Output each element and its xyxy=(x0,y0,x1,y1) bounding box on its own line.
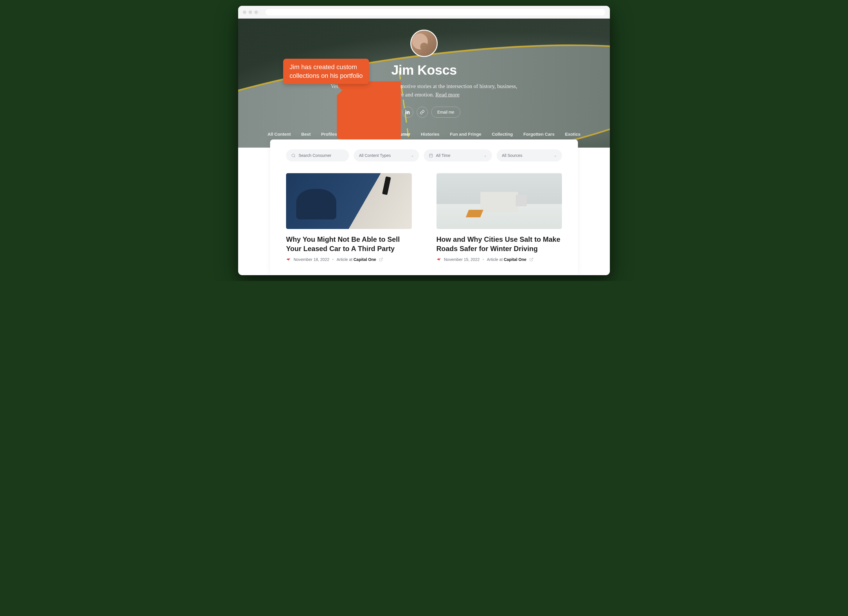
article-card[interactable]: How and Why Cities Use Salt to Make Road… xyxy=(436,173,562,262)
social-row: Email me xyxy=(388,107,460,118)
sources-filter[interactable]: All Sources ⌄ xyxy=(497,149,562,162)
search-input[interactable]: Search Consumer xyxy=(286,149,349,162)
browser-window: Jim Koscs Versatile journalist writing a… xyxy=(238,6,610,275)
callout-line: Jim has created custom xyxy=(289,63,363,71)
article-date: November 15, 2022 xyxy=(444,257,480,262)
article-meta: November 15, 2022 • Article at Capital O… xyxy=(436,257,562,262)
external-link-icon xyxy=(529,257,534,261)
twitter-icon[interactable] xyxy=(388,107,399,118)
source-icon xyxy=(436,257,441,262)
filter-label: All Sources xyxy=(502,153,522,158)
profile-name: Jim Koscs xyxy=(391,62,457,78)
article-image xyxy=(286,173,412,229)
search-placeholder: Search Consumer xyxy=(298,153,331,158)
callout-line: collections on his portfolio xyxy=(289,71,363,80)
svg-rect-1 xyxy=(430,154,433,157)
article-title: Why You Might Not Be Able to Sell Your L… xyxy=(286,235,412,253)
article-source: Capital One xyxy=(353,257,376,262)
article-type: Article at xyxy=(337,257,353,262)
linkedin-icon[interactable] xyxy=(402,107,413,118)
window-close-dot[interactable] xyxy=(243,10,246,14)
filter-label: All Content Types xyxy=(359,153,391,158)
svg-point-0 xyxy=(292,154,295,157)
address-bar[interactable] xyxy=(265,9,605,15)
article-card[interactable]: Why You Might Not Be Able to Sell Your L… xyxy=(286,173,412,262)
chevron-down-icon: ⌄ xyxy=(411,153,414,157)
external-link-icon xyxy=(379,257,383,261)
window-min-dot[interactable] xyxy=(249,10,252,14)
filters-row: Search Consumer All Content Types ⌄ All … xyxy=(286,149,562,162)
article-grid: Why You Might Not Be Able to Sell Your L… xyxy=(286,173,562,262)
article-source: Capital One xyxy=(504,257,526,262)
article-title: How and Why Cities Use Salt to Make Road… xyxy=(436,235,562,253)
titlebar xyxy=(238,6,610,19)
avatar[interactable] xyxy=(410,30,438,57)
read-more-link[interactable]: Read more xyxy=(435,92,460,98)
filter-label: All Time xyxy=(436,153,451,158)
content-type-filter[interactable]: All Content Types ⌄ xyxy=(354,149,419,162)
search-icon xyxy=(291,153,296,158)
profile-bio: Versatile journalist writing automotive … xyxy=(322,82,526,99)
article-date: November 18, 2022 xyxy=(294,257,329,262)
email-button[interactable]: Email me xyxy=(431,107,460,118)
chevron-down-icon: ⌄ xyxy=(484,153,487,157)
time-filter[interactable]: All Time ⌄ xyxy=(424,149,492,162)
window-max-dot[interactable] xyxy=(254,10,258,14)
link-icon[interactable] xyxy=(417,107,428,118)
source-icon xyxy=(286,257,291,262)
article-image xyxy=(436,173,562,229)
content-panel: Search Consumer All Content Types ⌄ All … xyxy=(270,140,578,275)
calendar-icon xyxy=(429,153,433,157)
bio-text: Versatile journalist writing automotive … xyxy=(331,83,517,98)
article-meta: November 18, 2022 • Article at Capital O… xyxy=(286,257,412,262)
annotation-callout: Jim has created custom collections on hi… xyxy=(283,59,369,84)
chevron-down-icon: ⌄ xyxy=(554,153,557,157)
article-type: Article at xyxy=(487,257,504,262)
